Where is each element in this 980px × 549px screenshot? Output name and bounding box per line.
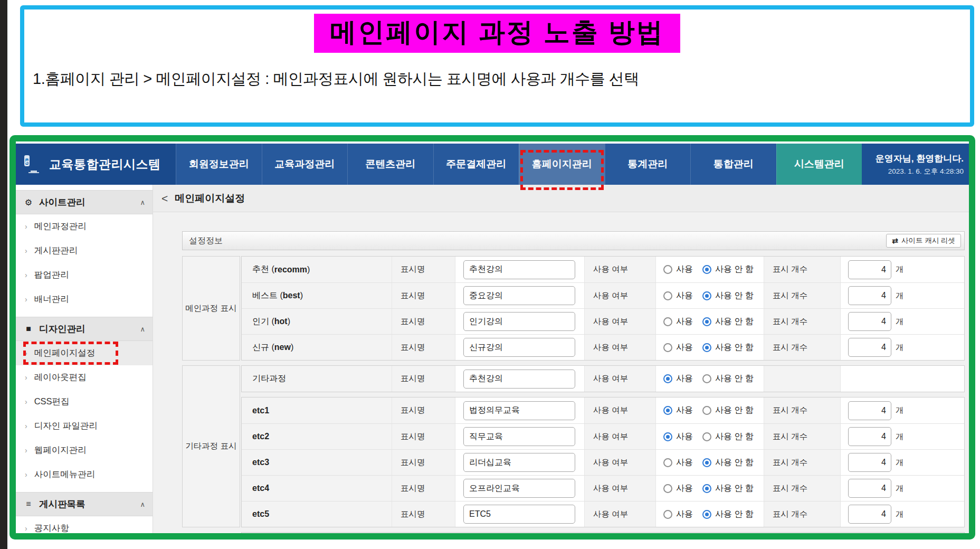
radio-option-사용[interactable]: 사용	[663, 290, 693, 301]
chevron-up-icon[interactable]: ∧	[140, 198, 145, 206]
back-icon[interactable]: <	[161, 192, 168, 205]
design-icon: ■	[23, 324, 34, 334]
count-unit: 개	[896, 343, 903, 353]
use-yn-cell: 사용사용 안 함	[656, 424, 764, 449]
count-input[interactable]	[848, 505, 891, 524]
nav-item-통합관리[interactable]: 통합관리	[690, 144, 776, 185]
cache-reset-label: 사이트 캐시 리셋	[901, 236, 955, 245]
nav-item-교육과정관리[interactable]: 교육과정관리	[262, 144, 348, 185]
count-input[interactable]	[848, 453, 891, 472]
count-input[interactable]	[848, 479, 891, 498]
app-frame: e 교육통합관리시스템 회원정보관리교육과정관리콘텐츠관리주문결제관리홈페이지관…	[9, 135, 975, 539]
count-unit: 개	[896, 264, 903, 274]
sidebar-section-header-사이트관리[interactable]: ⚙사이트관리∧	[16, 190, 153, 214]
sidebar-item-CSS편집[interactable]: ›CSS편집	[16, 390, 153, 414]
display-name-label: 표시명	[392, 476, 455, 501]
count-input[interactable]	[848, 312, 891, 331]
chevron-up-icon[interactable]: ∧	[140, 500, 145, 508]
use-yn-cell: 사용사용 안 함	[656, 450, 764, 475]
count-input[interactable]	[848, 401, 891, 420]
radio-label: 사용	[676, 405, 693, 416]
radio-option-사용 안 함[interactable]: 사용 안 함	[702, 405, 754, 416]
sidebar-item-label: CSS편집	[34, 396, 70, 408]
sidebar-section-header-디자인관리[interactable]: ■디자인관리∧	[16, 317, 153, 341]
radio-option-사용 안 함[interactable]: 사용 안 함	[702, 431, 754, 442]
radio-option-사용 안 함[interactable]: 사용 안 함	[702, 483, 754, 494]
count-input[interactable]	[848, 260, 891, 279]
use-yn-cell: 사용사용 안 함	[656, 366, 764, 392]
nav-item-회원정보관리[interactable]: 회원정보관리	[176, 144, 262, 185]
count-input[interactable]	[848, 338, 891, 357]
radio-option-사용[interactable]: 사용	[663, 431, 693, 442]
sidebar: ⚙사이트관리∧›메인과정관리›게시판관리›팝업관리›배너관리■디자인관리∧›메인…	[16, 185, 153, 533]
display-name-input[interactable]	[463, 312, 575, 331]
display-name-input[interactable]	[463, 453, 575, 472]
display-name-label: 표시명	[392, 309, 455, 334]
radio-option-사용[interactable]: 사용	[663, 373, 693, 384]
radio-label: 사용 안 함	[715, 431, 754, 442]
radio-option-사용[interactable]: 사용	[663, 509, 693, 520]
radio-option-사용[interactable]: 사용	[663, 342, 693, 353]
sidebar-item-웹페이지관리[interactable]: ›웹페이지관리	[16, 438, 153, 462]
nav-item-홈페이지관리[interactable]: 홈페이지관리	[519, 144, 605, 185]
radio-label: 사용	[676, 431, 693, 442]
display-name-label: 표시명	[392, 283, 455, 308]
display-name-label: 표시명	[392, 257, 455, 282]
use-yn-label: 사용 여부	[585, 501, 656, 527]
count-label: 표시 개수	[764, 257, 841, 282]
radio-option-사용[interactable]: 사용	[663, 405, 693, 416]
use-yn-label: 사용 여부	[585, 257, 656, 282]
radio-option-사용 안 함[interactable]: 사용 안 함	[702, 342, 754, 353]
chevron-up-icon[interactable]: ∧	[140, 325, 145, 333]
radio-label: 사용	[676, 457, 693, 468]
count-input[interactable]	[848, 427, 891, 446]
radio-option-사용[interactable]: 사용	[663, 264, 693, 275]
nav-item-주문결제관리[interactable]: 주문결제관리	[433, 144, 519, 185]
count-label: 표시 개수	[764, 501, 841, 527]
display-name-input[interactable]	[463, 505, 575, 524]
count-cell: 개	[841, 335, 964, 360]
display-name-input[interactable]	[463, 479, 575, 498]
radio-option-사용[interactable]: 사용	[663, 316, 693, 327]
radio-option-사용 안 함[interactable]: 사용 안 함	[702, 457, 754, 468]
chevron-right-icon: ›	[25, 222, 27, 231]
sidebar-item-메인페이지설정[interactable]: ›메인페이지설정	[16, 341, 153, 365]
radio-option-사용[interactable]: 사용	[663, 457, 693, 468]
nav-item-콘텐츠관리[interactable]: 콘텐츠관리	[347, 144, 433, 185]
radio-option-사용 안 함[interactable]: 사용 안 함	[702, 290, 754, 301]
sidebar-item-팝업관리[interactable]: ›팝업관리	[16, 263, 153, 287]
count-cell: 개	[841, 501, 964, 527]
count-label	[764, 366, 841, 392]
sidebar-item-사이트메뉴관리[interactable]: ›사이트메뉴관리	[16, 462, 153, 487]
count-input[interactable]	[848, 286, 891, 305]
count-unit: 개	[896, 509, 903, 519]
use-yn-label: 사용 여부	[585, 476, 656, 501]
sidebar-item-게시판관리[interactable]: ›게시판관리	[16, 239, 153, 263]
nav-item-시스템관리[interactable]: 시스템관리	[776, 144, 862, 185]
radio-option-사용 안 함[interactable]: 사용 안 함	[702, 373, 754, 384]
display-name-input[interactable]	[463, 338, 575, 357]
sidebar-item-공지사항[interactable]: ›공지사항	[16, 516, 153, 533]
display-name-input[interactable]	[463, 401, 575, 420]
sidebar-item-메인과정관리[interactable]: ›메인과정관리	[16, 214, 153, 239]
radio-option-사용[interactable]: 사용	[663, 483, 693, 494]
display-name-input[interactable]	[463, 260, 575, 279]
sidebar-section-header-게시판목록[interactable]: ≡게시판목록∧	[16, 492, 153, 516]
radio-option-사용 안 함[interactable]: 사용 안 함	[702, 316, 754, 327]
radio-label: 사용 안 함	[715, 483, 754, 494]
group-blocks: 추천 ( recomm )표시명사용 여부사용사용 안 함표시 개수개베스트 (…	[241, 256, 965, 361]
radio-label: 사용 안 함	[715, 290, 754, 301]
sidebar-item-배너관리[interactable]: ›배너관리	[16, 287, 153, 311]
app-logo[interactable]: e 교육통합관리시스템	[16, 144, 176, 185]
display-name-input[interactable]	[463, 427, 575, 446]
display-name-input[interactable]	[463, 286, 575, 305]
display-name-input[interactable]	[463, 370, 575, 389]
chevron-right-icon: ›	[25, 247, 27, 255]
site-cache-reset-button[interactable]: ⇄ 사이트 캐시 리셋	[886, 234, 961, 248]
sidebar-item-디자인 파일관리[interactable]: ›디자인 파일관리	[16, 414, 153, 438]
nav-item-통계관리[interactable]: 통계관리	[605, 144, 691, 185]
sidebar-item-레이아웃편집[interactable]: ›레이아웃편집	[16, 365, 153, 390]
radio-option-사용 안 함[interactable]: 사용 안 함	[702, 264, 754, 275]
radio-option-사용 안 함[interactable]: 사용 안 함	[702, 509, 754, 520]
count-label: 표시 개수	[764, 309, 841, 334]
